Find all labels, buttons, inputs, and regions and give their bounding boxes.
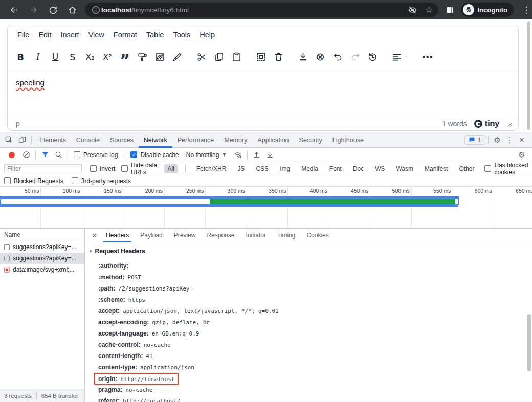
filter-input[interactable] (4, 164, 82, 173)
filter-chip-js[interactable]: JS (234, 164, 248, 173)
menu-help[interactable]: Help (195, 28, 219, 41)
filter-chip-ws[interactable]: WS (372, 164, 388, 173)
more-button[interactable]: ⋯ (419, 48, 436, 65)
tab-lighthouse[interactable]: Lighthouse (327, 132, 369, 148)
element-path[interactable]: p (16, 120, 20, 128)
request-row[interactable]: data:image/svg+xml;... (0, 264, 84, 275)
format-painter-button[interactable] (134, 48, 151, 65)
redo-button[interactable] (346, 48, 364, 65)
headers-scrollbar[interactable] (527, 314, 531, 371)
clear-icon[interactable] (19, 149, 33, 161)
name-column-header[interactable]: Name (0, 229, 84, 241)
request-row[interactable]: suggestions?apiKey=... (0, 241, 84, 253)
insert-chart-button[interactable] (151, 48, 168, 65)
throttling-dropdown[interactable]: No throttling ▼ (186, 151, 226, 159)
back-icon[interactable] (8, 4, 19, 15)
menu-edit[interactable]: Edit (34, 28, 56, 41)
request-headers-section[interactable]: ▾ Request Headers (90, 248, 145, 255)
tab-application[interactable]: Application (252, 132, 294, 148)
word-count[interactable]: 1 words (442, 120, 467, 128)
subscript-button[interactable]: X₂ (81, 48, 99, 65)
restore-draft-button[interactable] (364, 48, 381, 65)
detail-tab-payload[interactable]: Payload (135, 229, 168, 242)
browser-menu-kebab-icon[interactable]: ⋮ (521, 4, 532, 15)
align-button[interactable] (388, 48, 412, 65)
reload-icon[interactable] (47, 4, 58, 15)
devtools-menu-kebab-icon[interactable]: ⋮ (503, 134, 516, 146)
resize-handle-icon[interactable] (506, 121, 512, 127)
inspect-element-icon[interactable] (2, 135, 15, 146)
issues-badge[interactable]: 1 (464, 135, 485, 145)
filter-chip-other[interactable]: Other (456, 164, 477, 173)
tab-sources[interactable]: Sources (105, 132, 139, 148)
permanent-pen-button[interactable] (168, 48, 186, 65)
undo-button[interactable] (329, 48, 346, 65)
invert-checkbox[interactable]: Invert (90, 165, 115, 172)
blocked-requests-checkbox[interactable]: Blocked Requests (4, 177, 63, 185)
site-info-icon[interactable] (90, 4, 101, 15)
disable-cache-checkbox[interactable]: ✓ Disable cache (130, 151, 179, 159)
detail-tab-preview[interactable]: Preview (168, 229, 202, 242)
devtools-settings-gear-icon[interactable]: ⚙ (491, 134, 503, 146)
blockquote-button[interactable]: ” (116, 48, 134, 65)
misspelled-word[interactable]: speeling (16, 78, 45, 87)
filter-chip-wasm[interactable]: Wasm (393, 164, 417, 173)
menu-insert[interactable]: Insert (56, 28, 83, 41)
detail-tab-timing[interactable]: Timing (272, 229, 301, 242)
select-all-button[interactable] (252, 48, 270, 65)
checkbox-unchecked[interactable] (74, 151, 80, 158)
eye-off-icon[interactable] (407, 4, 418, 15)
home-icon[interactable] (66, 4, 78, 15)
filter-chip-img[interactable]: Img (277, 164, 293, 173)
editor-content-area[interactable]: speeling (8, 70, 518, 117)
filter-chip-css[interactable]: CSS (253, 164, 272, 173)
filter-chip-font[interactable]: Font (326, 164, 345, 173)
hide-data-urls-checkbox[interactable]: Hide data URLs (121, 162, 159, 176)
url-bar[interactable]: localhost/tinymce/tiny6.html ☆ (85, 3, 438, 17)
tab-security[interactable]: Security (294, 132, 327, 148)
detail-tab-headers[interactable]: Headers (100, 229, 135, 242)
filter-chip-manifest[interactable]: Manifest (422, 164, 451, 173)
export-button[interactable] (294, 48, 312, 65)
checkbox-unchecked[interactable] (4, 177, 11, 184)
close-detail-icon[interactable]: × (88, 229, 100, 241)
superscript-button[interactable]: X² (99, 48, 116, 65)
device-toolbar-icon[interactable] (15, 135, 29, 146)
network-conditions-icon[interactable] (231, 149, 245, 161)
bold-button[interactable]: B (12, 48, 29, 65)
search-icon[interactable] (52, 149, 65, 161)
paste-button[interactable] (228, 48, 245, 65)
request-row[interactable]: suggestions?apiKey=... (0, 253, 84, 264)
has-blocked-cookies-checkbox[interactable]: Has blocked cookies (484, 162, 532, 176)
checkbox-unchecked[interactable] (72, 177, 78, 184)
preserve-log-checkbox[interactable]: Preserve log (74, 151, 118, 159)
menu-tools[interactable]: Tools (168, 28, 195, 41)
underline-button[interactable]: U (47, 48, 64, 65)
checkbox-checked[interactable]: ✓ (130, 151, 137, 158)
copy-button[interactable] (210, 48, 228, 65)
page-scrollbar[interactable] (527, 21, 530, 130)
cut-button[interactable] (193, 48, 210, 65)
filter-chip-all[interactable]: All (164, 164, 177, 173)
strikethrough-button[interactable]: S (64, 48, 81, 65)
network-overview-timeline[interactable]: 50 ms100 ms150 ms200 ms250 ms300 ms350 m… (0, 187, 532, 229)
bookmark-star-icon[interactable]: ☆ (425, 5, 433, 15)
forward-icon[interactable] (28, 4, 39, 15)
incognito-badge[interactable]: Incognito (461, 3, 514, 17)
side-panel-icon[interactable] (445, 4, 456, 15)
cancel-button[interactable]: ⊗ (312, 48, 329, 65)
detail-tab-cookies[interactable]: Cookies (301, 229, 334, 242)
checkbox-unchecked[interactable] (484, 165, 491, 172)
network-settings-gear-icon[interactable]: ⚙ (516, 149, 528, 161)
tab-elements[interactable]: Elements (34, 132, 71, 148)
detail-tab-response[interactable]: Response (201, 229, 240, 242)
filter-funnel-icon[interactable] (38, 149, 52, 161)
tab-memory[interactable]: Memory (219, 132, 252, 148)
third-party-requests-checkbox[interactable]: 3rd-party requests (72, 177, 131, 185)
tab-performance[interactable]: Performance (172, 132, 219, 148)
tab-network[interactable]: Network (139, 132, 172, 148)
export-har-icon[interactable] (263, 149, 277, 161)
tab-console[interactable]: Console (71, 132, 105, 148)
italic-button[interactable]: I (29, 48, 47, 65)
filter-chip-fetch-xhr[interactable]: Fetch/XHR (193, 164, 230, 173)
